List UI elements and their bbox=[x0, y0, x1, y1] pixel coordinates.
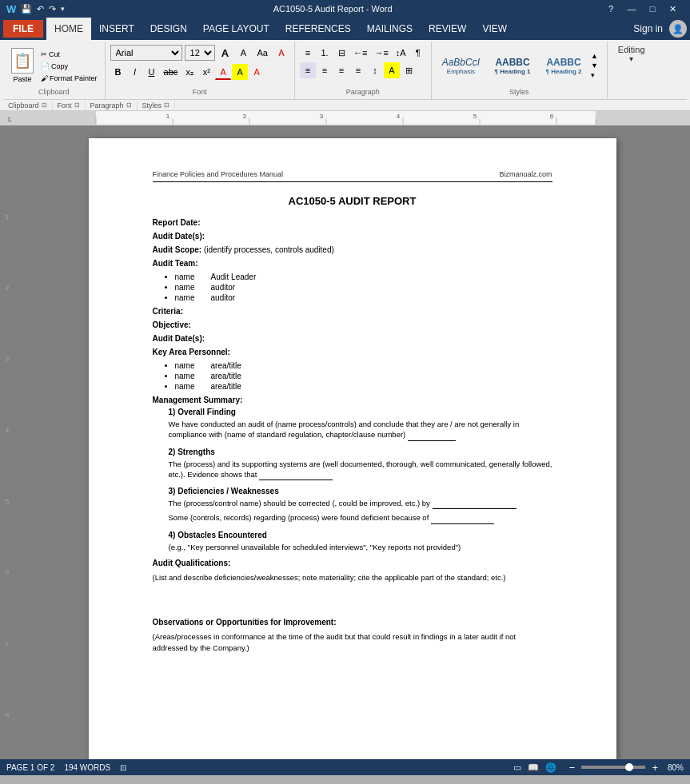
paragraph-group-label-bottom[interactable]: Paragraph ⊡ bbox=[86, 100, 138, 110]
tab-home[interactable]: HOME bbox=[46, 18, 91, 40]
change-case-button[interactable]: Aa bbox=[254, 45, 271, 61]
clipboard-group-label-bottom[interactable]: Clipboard ⊡ bbox=[3, 100, 53, 110]
paragraph-label: Paragraph bbox=[300, 88, 426, 96]
tab-mailings[interactable]: MAILINGS bbox=[359, 18, 421, 40]
title-bar: W 💾 ↶ ↷ ▾ AC1050-5 Audit Report - Word ?… bbox=[0, 0, 690, 18]
tab-view[interactable]: VIEW bbox=[474, 18, 515, 40]
zoom-thumb bbox=[625, 763, 633, 771]
editing-expand-icon[interactable]: ▾ bbox=[629, 54, 633, 63]
tab-design[interactable]: DESIGN bbox=[142, 18, 195, 40]
text-color-button[interactable]: A bbox=[215, 64, 231, 80]
styles-scroll-up[interactable]: ▲ ▼ ▾ bbox=[591, 52, 598, 79]
highlight-button[interactable]: A bbox=[232, 64, 248, 80]
svg-rect-0 bbox=[0, 111, 690, 125]
help-icon[interactable]: ? bbox=[600, 0, 621, 18]
style-emphasis[interactable]: AaBbCcI Emphasis bbox=[437, 54, 485, 78]
zoom-level[interactable]: 80% bbox=[668, 763, 684, 772]
minimize-button[interactable]: — bbox=[621, 0, 642, 18]
criteria-label: Criteria: bbox=[153, 307, 183, 316]
paste-button[interactable]: 📋 Paste bbox=[8, 46, 37, 87]
bullets-button[interactable]: ≡ bbox=[300, 45, 316, 61]
italic-button[interactable]: I bbox=[127, 64, 143, 80]
font-row-1: Arial 12 A A Aa A bbox=[110, 45, 289, 61]
font-size-select[interactable]: 12 bbox=[185, 45, 215, 61]
read-mode-button[interactable]: 📖 bbox=[528, 762, 539, 773]
customize-icon[interactable]: ▾ bbox=[61, 5, 65, 13]
superscript-button[interactable]: x² bbox=[198, 64, 214, 80]
key-person-2: namearea/title bbox=[175, 372, 552, 380]
show-formatting-button[interactable]: ¶ bbox=[410, 45, 426, 61]
doc-title: AC1050-5 AUDIT REPORT bbox=[153, 195, 552, 207]
font-dialog-launcher-icon[interactable]: ⊡ bbox=[74, 101, 80, 109]
align-right-button[interactable]: ≡ bbox=[333, 62, 349, 78]
maximize-button[interactable]: □ bbox=[642, 0, 663, 18]
blank-3b bbox=[431, 512, 494, 523]
observations-label: Observations or Opportunities for Improv… bbox=[153, 618, 337, 627]
header-left: Finance Policies and Procedures Manual bbox=[153, 170, 284, 178]
zoom-out-button[interactable]: − bbox=[569, 762, 576, 774]
format-painter-button[interactable]: 🖌 Format Painter bbox=[38, 73, 100, 84]
audit-scope-value: (identify processes, controls audited) bbox=[204, 245, 334, 254]
numbering-button[interactable]: 1. bbox=[317, 45, 333, 61]
clear-format-button[interactable]: A bbox=[273, 45, 289, 61]
svg-text:3: 3 bbox=[320, 113, 324, 120]
style-heading2[interactable]: AABBC ¶ Heading 2 bbox=[540, 54, 588, 78]
zoom-in-button[interactable]: + bbox=[652, 762, 658, 774]
audit-dates-row: Audit Date(s): bbox=[153, 232, 552, 241]
align-left-button[interactable]: ≡ bbox=[300, 62, 316, 78]
audit-dates-label: Audit Date(s): bbox=[153, 232, 205, 241]
copy-icon: 📄 bbox=[41, 62, 50, 70]
line-spacing-button[interactable]: ↕ bbox=[367, 62, 383, 78]
clipboard-group: 📋 Paste ✂ Cut 📄 Copy 🖌 bbox=[3, 42, 106, 99]
style-heading1[interactable]: AABBC ¶ Heading 1 bbox=[489, 54, 536, 78]
styles-group-label-bottom[interactable]: Styles ⊡ bbox=[138, 100, 176, 110]
key-person-3: namearea/title bbox=[175, 382, 552, 391]
user-avatar[interactable]: 👤 bbox=[669, 20, 687, 38]
word-count-icon[interactable]: ⊡ bbox=[120, 763, 126, 772]
bold-button[interactable]: B bbox=[110, 64, 126, 80]
underline-button[interactable]: U bbox=[144, 64, 160, 80]
save-icon[interactable]: 💾 bbox=[21, 4, 32, 14]
ruler: 1 2 3 4 5 6 L bbox=[0, 111, 690, 125]
decrease-indent-button[interactable]: ←≡ bbox=[350, 45, 370, 61]
styles-gallery: AaBbCcI Emphasis AABBC ¶ Heading 1 AABBC… bbox=[437, 45, 598, 86]
paragraph-dialog-launcher-icon[interactable]: ⊡ bbox=[126, 101, 132, 109]
audit-team-member-2: nameauditor bbox=[175, 283, 552, 292]
font-family-select[interactable]: Arial bbox=[110, 45, 182, 61]
shrink-font-button[interactable]: A bbox=[236, 45, 252, 61]
blank-1 bbox=[408, 429, 456, 440]
audit-qual-label: Audit Qualifications: bbox=[153, 559, 231, 567]
blank-3a bbox=[433, 498, 517, 509]
strikethrough-button[interactable]: abc bbox=[161, 64, 181, 80]
subscript-button[interactable]: x₂ bbox=[181, 64, 197, 80]
tab-page-layout[interactable]: PAGE LAYOUT bbox=[195, 18, 277, 40]
file-button[interactable]: FILE bbox=[3, 20, 43, 38]
styles-dialog-launcher-icon[interactable]: ⊡ bbox=[164, 101, 170, 109]
tab-review[interactable]: REVIEW bbox=[421, 18, 474, 40]
page[interactable]: Finance Policies and Procedures Manual B… bbox=[89, 138, 616, 759]
tab-references[interactable]: REFERENCES bbox=[277, 18, 359, 40]
multilevel-button[interactable]: ⊟ bbox=[333, 45, 349, 61]
dialog-launcher-icon[interactable]: ⊡ bbox=[42, 101, 47, 109]
copy-button[interactable]: 📄 Copy bbox=[38, 61, 100, 72]
font-group-label-bottom[interactable]: Font ⊡ bbox=[53, 100, 86, 110]
sort-button[interactable]: ↕A bbox=[393, 45, 409, 61]
print-layout-button[interactable]: ▭ bbox=[513, 762, 521, 773]
cut-button[interactable]: ✂ Cut bbox=[38, 49, 100, 60]
sign-in-link[interactable]: Sign in bbox=[633, 23, 663, 34]
web-layout-button[interactable]: 🌐 bbox=[545, 762, 556, 773]
zoom-slider[interactable] bbox=[581, 766, 645, 769]
undo-icon[interactable]: ↶ bbox=[37, 4, 44, 14]
word-count: 194 WORDS bbox=[64, 763, 110, 772]
tab-insert[interactable]: INSERT bbox=[91, 18, 142, 40]
close-button[interactable]: ✕ bbox=[663, 0, 684, 18]
grow-font-button[interactable]: A bbox=[217, 45, 233, 61]
page-header: Finance Policies and Procedures Manual B… bbox=[153, 170, 552, 182]
redo-icon[interactable]: ↷ bbox=[49, 4, 56, 14]
font-color-button[interactable]: A bbox=[249, 64, 265, 80]
align-center-button[interactable]: ≡ bbox=[317, 62, 333, 78]
justify-button[interactable]: ≡ bbox=[350, 62, 366, 78]
border-button[interactable]: ⊞ bbox=[401, 62, 417, 78]
shading-button[interactable]: A bbox=[384, 62, 400, 78]
increase-indent-button[interactable]: →≡ bbox=[371, 45, 391, 61]
